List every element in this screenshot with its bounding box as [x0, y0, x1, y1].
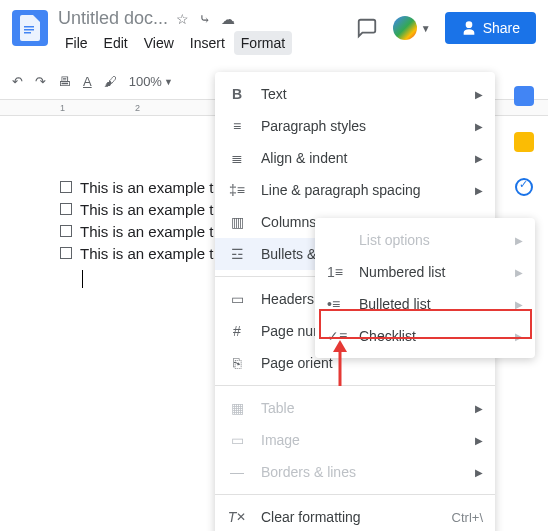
- chevron-right-icon: ▶: [475, 403, 483, 414]
- shortcut-text: Ctrl+\: [452, 510, 483, 525]
- menu-insert[interactable]: Insert: [183, 31, 232, 55]
- line-text[interactable]: This is an example t: [80, 245, 213, 262]
- menu-edit[interactable]: Edit: [97, 31, 135, 55]
- list-icon: ☲: [227, 246, 247, 262]
- svg-rect-0: [24, 26, 34, 28]
- paint-format-icon[interactable]: 🖌: [104, 74, 117, 89]
- bold-icon: B: [227, 86, 247, 102]
- line-text[interactable]: This is an example t: [80, 201, 213, 218]
- line-text[interactable]: This is an example t: [80, 179, 213, 196]
- clear-format-icon: T✕: [227, 509, 247, 525]
- line-text[interactable]: This is an example t: [80, 223, 213, 240]
- checkbox-icon[interactable]: [60, 181, 72, 193]
- docs-logo[interactable]: [12, 10, 48, 46]
- tasks-icon[interactable]: [515, 178, 533, 196]
- hash-icon: #: [227, 323, 247, 339]
- menu-item-table: ▦Table▶: [215, 392, 495, 424]
- svg-marker-4: [333, 340, 347, 352]
- menu-separator: [215, 385, 495, 386]
- submenu-bulleted-list[interactable]: •≡Bulleted list▶: [315, 288, 535, 320]
- keep-icon[interactable]: [514, 132, 534, 152]
- annotation-arrow-icon: [330, 340, 350, 388]
- comments-icon[interactable]: [355, 16, 379, 40]
- columns-icon: ▥: [227, 214, 247, 230]
- meet-icon: [393, 16, 417, 40]
- submenu-numbered-list[interactable]: 1≡Numbered list▶: [315, 256, 535, 288]
- spellcheck-icon[interactable]: A: [83, 74, 92, 89]
- menu-item-align-indent[interactable]: ≣Align & indent▶: [215, 142, 495, 174]
- menu-file[interactable]: File: [58, 31, 95, 55]
- chevron-right-icon: ▶: [515, 267, 523, 278]
- app-header: Untitled doc... ☆ ⤷ ☁ File Edit View Ins…: [0, 0, 548, 64]
- zoom-value: 100%: [129, 74, 162, 89]
- ruler-tick: 1: [60, 103, 65, 113]
- chevron-right-icon: ▶: [515, 235, 523, 246]
- menu-item-borders-lines: —Borders & lines▶: [215, 456, 495, 488]
- star-icon[interactable]: ☆: [176, 11, 189, 27]
- image-icon: ▭: [227, 432, 247, 448]
- chevron-down-icon: ▼: [164, 77, 173, 87]
- menu-item-paragraph-styles[interactable]: ≡Paragraph styles▶: [215, 110, 495, 142]
- calendar-icon[interactable]: [514, 86, 534, 106]
- menu-separator: [215, 494, 495, 495]
- menu-item-image: ▭Image▶: [215, 424, 495, 456]
- align-icon: ≣: [227, 150, 247, 166]
- chevron-right-icon: ▶: [475, 185, 483, 196]
- chevron-right-icon: ▶: [475, 121, 483, 132]
- paragraph-icon: ≡: [227, 118, 247, 134]
- numbered-list-icon: 1≡: [327, 264, 347, 280]
- submenu-list-options[interactable]: List options▶: [315, 224, 535, 256]
- menu-view[interactable]: View: [137, 31, 181, 55]
- table-icon: ▦: [227, 400, 247, 416]
- checkbox-icon[interactable]: [60, 225, 72, 237]
- share-button[interactable]: Share: [445, 12, 536, 44]
- undo-icon[interactable]: ↶: [12, 74, 23, 89]
- chevron-right-icon: ▶: [475, 89, 483, 100]
- checkbox-icon[interactable]: [60, 203, 72, 215]
- orientation-icon: ⎘: [227, 355, 247, 371]
- borders-icon: —: [227, 464, 247, 480]
- headers-icon: ▭: [227, 291, 247, 307]
- chevron-right-icon: ▶: [515, 331, 523, 342]
- svg-rect-2: [24, 32, 31, 34]
- doc-title[interactable]: Untitled doc...: [58, 8, 168, 29]
- svg-rect-1: [24, 29, 34, 31]
- doc-info: Untitled doc... ☆ ⤷ ☁ File Edit View Ins…: [58, 8, 355, 55]
- menu-item-line-spacing[interactable]: ‡≡Line & paragraph spacing▶: [215, 174, 495, 206]
- print-icon[interactable]: 🖶: [58, 74, 71, 89]
- bulleted-list-icon: •≡: [327, 296, 347, 312]
- redo-icon[interactable]: ↷: [35, 74, 46, 89]
- meet-button[interactable]: ▼: [393, 16, 431, 40]
- line-spacing-icon: ‡≡: [227, 182, 247, 198]
- text-cursor: [82, 270, 83, 288]
- bullets-submenu: List options▶ 1≡Numbered list▶ •≡Bullete…: [315, 218, 535, 358]
- cloud-status-icon[interactable]: ☁: [221, 11, 235, 27]
- menu-format[interactable]: Format: [234, 31, 292, 55]
- menu-item-clear-formatting[interactable]: T✕Clear formattingCtrl+\: [215, 501, 495, 531]
- move-icon[interactable]: ⤷: [199, 11, 211, 27]
- chevron-right-icon: ▶: [475, 435, 483, 446]
- menu-item-text[interactable]: BText▶: [215, 78, 495, 110]
- chevron-right-icon: ▶: [515, 299, 523, 310]
- chevron-right-icon: ▶: [475, 153, 483, 164]
- zoom-selector[interactable]: 100% ▼: [129, 74, 173, 89]
- checkbox-icon[interactable]: [60, 247, 72, 259]
- share-label: Share: [483, 20, 520, 36]
- chevron-right-icon: ▶: [475, 467, 483, 478]
- menubar: File Edit View Insert Format: [58, 31, 355, 55]
- ruler-tick: 2: [135, 103, 140, 113]
